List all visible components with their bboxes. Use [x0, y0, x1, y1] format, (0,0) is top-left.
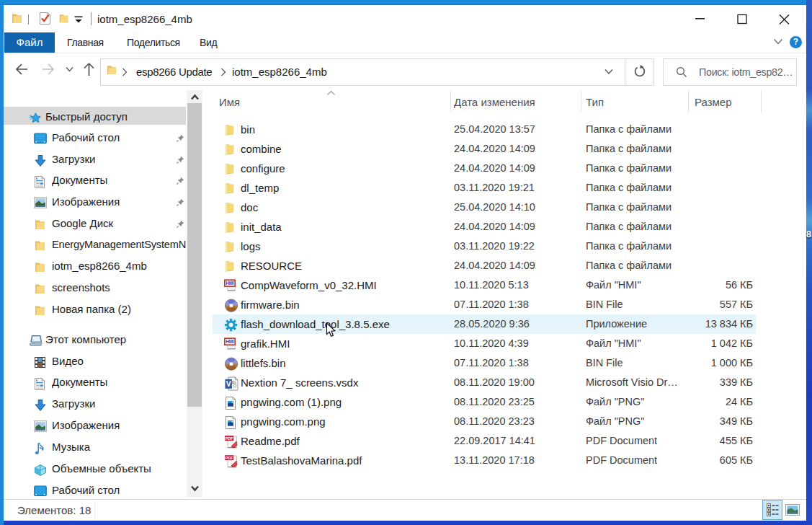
svg-text:PDF: PDF [226, 436, 234, 440]
svg-text:V: V [226, 379, 231, 387]
svg-text:HMI: HMI [226, 281, 234, 286]
svg-text:PDF: PDF [226, 455, 234, 459]
svg-text:HMI: HMI [226, 339, 234, 344]
